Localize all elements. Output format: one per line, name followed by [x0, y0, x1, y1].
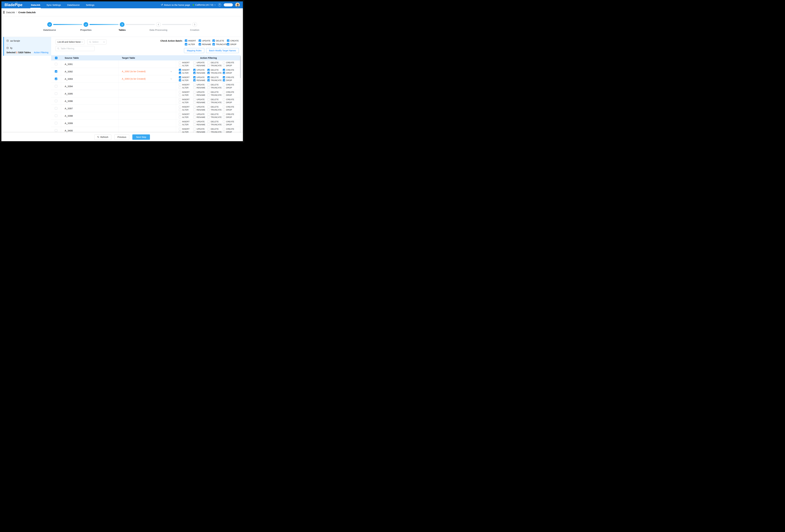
update-checkbox[interactable] [193, 113, 196, 116]
action-option-alter[interactable]: ALTER [179, 72, 193, 74]
target-table-cell[interactable] [119, 60, 176, 68]
delete-checkbox[interactable] [207, 128, 210, 130]
action-option-insert[interactable]: INSERT [179, 113, 193, 116]
action-option-insert[interactable]: INSERT [179, 76, 193, 78]
create-checkbox[interactable] [223, 98, 225, 101]
truncate-checkbox[interactable] [207, 131, 210, 133]
insert-checkbox[interactable] [179, 128, 181, 130]
rename-checkbox[interactable] [193, 72, 196, 74]
rename-checkbox[interactable] [193, 86, 196, 89]
rename-checkbox[interactable] [193, 101, 196, 104]
row-select-checkbox[interactable] [55, 100, 57, 102]
drop-checkbox[interactable] [223, 123, 225, 126]
nav-item-datajob[interactable]: DataJob [28, 1, 43, 8]
delete-checkbox[interactable] [207, 83, 210, 86]
action-option-alter[interactable]: ALTER [179, 86, 193, 89]
action-option-delete[interactable]: DELETE [207, 106, 223, 108]
alter-checkbox[interactable] [179, 109, 181, 111]
update-checkbox[interactable] [193, 69, 196, 71]
row-select-checkbox[interactable] [55, 115, 57, 117]
target-table-cell[interactable] [119, 97, 176, 105]
alter-checkbox[interactable] [179, 94, 181, 96]
action-option-rename[interactable]: RENAME [193, 116, 207, 119]
table-filter-box[interactable] [56, 46, 95, 51]
action-option-update[interactable]: UPDATE [193, 98, 207, 101]
delete-checkbox[interactable] [207, 98, 210, 101]
drop-checkbox[interactable] [223, 109, 225, 111]
action-option-rename[interactable]: RENAME [199, 43, 212, 46]
action-option-alter[interactable]: ALTER [179, 123, 193, 126]
action-option-insert[interactable]: INSERT [185, 40, 199, 42]
action-option-delete[interactable]: DELETE [207, 113, 223, 116]
truncate-checkbox[interactable] [207, 116, 210, 119]
action-option-delete[interactable]: DELETE [207, 69, 223, 71]
drop-checkbox[interactable] [223, 131, 225, 133]
select-dropdown[interactable]: Select [87, 40, 106, 45]
insert-checkbox[interactable] [179, 76, 181, 78]
alter-checkbox[interactable] [179, 123, 181, 126]
row-select-checkbox[interactable] [55, 92, 57, 95]
action-option-truncate[interactable]: TRUNCATE [207, 116, 223, 119]
truncate-checkbox[interactable] [207, 86, 210, 89]
row-select-checkbox[interactable] [55, 70, 57, 73]
action-option-create[interactable]: CREATE [223, 128, 235, 130]
action-option-rename[interactable]: RENAME [193, 109, 207, 111]
action-option-create[interactable]: CREATE [223, 83, 235, 86]
scrollbar-thumb[interactable] [240, 56, 241, 78]
action-option-update[interactable]: UPDATE [193, 76, 207, 78]
insert-checkbox[interactable] [179, 69, 181, 71]
update-checkbox[interactable] [193, 106, 196, 108]
target-table-cell[interactable]: A_3393 (to be Created) [119, 75, 176, 82]
truncate-checkbox[interactable] [207, 123, 210, 126]
row-select-checkbox[interactable] [55, 129, 57, 132]
action-option-delete[interactable]: DELETE [207, 128, 223, 130]
action-option-truncate[interactable]: TRUNCATE [207, 123, 223, 126]
action-option-insert[interactable]: INSERT [179, 128, 193, 130]
action-option-update[interactable]: UPDATE [193, 128, 207, 130]
action-option-rename[interactable]: RENAME [193, 101, 207, 104]
table-filter-input[interactable] [60, 47, 93, 50]
rename-checkbox[interactable] [193, 131, 196, 133]
action-option-insert[interactable]: INSERT [179, 98, 193, 101]
insert-checkbox[interactable] [185, 40, 187, 42]
insert-checkbox[interactable] [179, 106, 181, 108]
update-checkbox[interactable] [193, 121, 196, 123]
action-option-alter[interactable]: ALTER [185, 43, 199, 46]
action-option-create[interactable]: CREATE [223, 113, 235, 116]
create-checkbox[interactable] [223, 76, 225, 78]
datasource-panel[interactable]: aa-fanqie lly Selected 2 /1820 Tables Ac… [3, 37, 51, 56]
truncate-checkbox[interactable] [207, 72, 210, 74]
alter-checkbox[interactable] [179, 116, 181, 119]
nav-item-datasource[interactable]: DataSource [64, 1, 83, 8]
delete-checkbox[interactable] [207, 113, 210, 116]
create-checkbox[interactable] [227, 40, 229, 42]
list-select-dropdown[interactable]: List All and Select None [56, 40, 84, 45]
alter-checkbox[interactable] [179, 131, 181, 133]
action-option-drop[interactable]: DROP [223, 65, 235, 67]
create-checkbox[interactable] [223, 113, 225, 116]
region-selector[interactable]: California (v0.7.0) [193, 4, 216, 6]
next-step-button[interactable]: Next Step [132, 134, 150, 140]
action-option-update[interactable]: UPDATE [193, 113, 207, 116]
truncate-checkbox[interactable] [207, 109, 210, 111]
action-option-delete[interactable]: DELETE [207, 91, 223, 93]
action-option-create[interactable]: CREATE [227, 40, 239, 42]
truncate-checkbox[interactable] [207, 94, 210, 96]
insert-checkbox[interactable] [179, 113, 181, 116]
action-option-insert[interactable]: INSERT [179, 91, 193, 93]
create-checkbox[interactable] [223, 128, 225, 130]
delete-checkbox[interactable] [207, 106, 210, 108]
action-option-rename[interactable]: RENAME [193, 94, 207, 96]
insert-checkbox[interactable] [179, 61, 181, 64]
action-option-rename[interactable]: RENAME [193, 65, 207, 67]
insert-checkbox[interactable] [179, 83, 181, 86]
rename-checkbox[interactable] [193, 79, 196, 81]
alter-checkbox[interactable] [179, 72, 181, 74]
alter-checkbox[interactable] [179, 79, 181, 81]
action-option-delete[interactable]: DELETE [207, 83, 223, 86]
alter-checkbox[interactable] [179, 65, 181, 67]
delete-checkbox[interactable] [207, 121, 210, 123]
action-option-delete[interactable]: DELETE [207, 98, 223, 101]
action-option-update[interactable]: UPDATE [193, 121, 207, 123]
action-option-drop[interactable]: DROP [223, 86, 235, 89]
